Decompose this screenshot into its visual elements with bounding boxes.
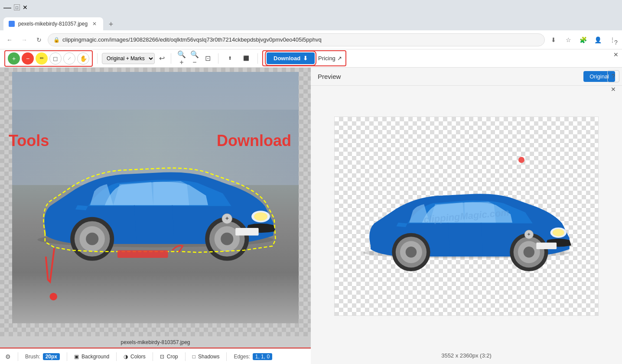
preview-canvas: ✦ clippingMagic.com [334, 117, 599, 316]
help-icon-right[interactable]: ? [607, 70, 619, 82]
svg-point-20 [406, 247, 417, 258]
crop-label: Crop [167, 354, 178, 360]
brush-item: Brush: 20px [25, 353, 60, 360]
zoom-out-btn[interactable]: 🔍− [189, 52, 201, 65]
download-label: Download [274, 55, 300, 62]
svg-rect-29 [536, 243, 557, 249]
title-bar: — □ ✕ [0, 0, 622, 15]
filename-text: pexels-mikebirdy-810357.jpeg [120, 339, 190, 345]
forward-btn[interactable]: → [18, 34, 30, 46]
divider-6 [67, 352, 67, 361]
preview-header: Preview Original [311, 68, 622, 86]
preview-area: ✦ clippingMagic.com [311, 86, 622, 347]
tab-favicon [9, 21, 15, 27]
shadows-item[interactable]: □ Shadows [192, 354, 220, 360]
lasso-tool-btn[interactable]: ⟋ [63, 52, 75, 65]
zoom-in-btn[interactable]: 🔍+ [176, 52, 188, 65]
bookmark-btn[interactable]: ☆ [562, 34, 574, 46]
edges-value: 1, 1, 0 [253, 353, 272, 360]
address-lock-icon: 🔒 [53, 37, 60, 43]
preview-car-svg: ✦ [341, 122, 592, 310]
extensions-btn[interactable]: 🧩 [577, 34, 589, 46]
help-btn[interactable]: ? [610, 36, 622, 49]
view-dropdown[interactable]: Original + Marks [102, 53, 155, 64]
preview-footer: 3552 x 2360px (3:2) [311, 347, 622, 364]
settings-icon[interactable]: ⚙ [5, 353, 11, 360]
svg-point-24 [524, 247, 534, 258]
divider-5 [18, 352, 18, 361]
svg-point-26 [553, 229, 564, 237]
show-result-btn[interactable]: ⬛ [239, 52, 253, 65]
svg-point-8 [221, 233, 233, 245]
url-text: clippingmagic.com/images/190828266/edit/… [62, 36, 322, 43]
bg-icon: ▣ [74, 354, 79, 360]
right-panel: Preview Original [311, 68, 622, 364]
download-page-btn[interactable]: ⬇ [547, 34, 560, 46]
svg-rect-14 [117, 250, 168, 258]
brush-label: Brush: [25, 354, 40, 360]
divider-4 [257, 53, 258, 64]
close-panel-btn[interactable]: ✕ [610, 49, 622, 61]
main-area: Tools Download Adjustments [0, 68, 622, 364]
back-btn[interactable]: ← [3, 34, 16, 46]
active-tab[interactable]: pexels-mikebirdy-810357.jpeg ✕ [3, 17, 103, 30]
app-toolbar: + − ✏ ◻ ⟋ ✋ Original + Marks ↩ 🔍+ 🔍− ⊡ ⬆… [0, 49, 622, 68]
tab-title: pexels-mikebirdy-810357.jpeg [18, 21, 88, 27]
car-svg: ✦ [12, 72, 299, 323]
side-icons-group: ? ✕ [610, 36, 622, 61]
download-btn[interactable]: Download ⬇ [267, 52, 315, 64]
profile-btn[interactable]: 👤 [592, 34, 604, 46]
remove-tool-btn[interactable]: − [22, 52, 34, 65]
svg-point-4 [86, 233, 98, 245]
shadows-icon: □ [192, 354, 195, 360]
shadows-label: Shadows [198, 354, 219, 360]
divider-8 [153, 352, 153, 361]
zoom-group: 🔍+ 🔍− ⊡ [176, 52, 214, 65]
show-original-btn[interactable]: ⬆ [223, 52, 237, 65]
hand-tool-btn[interactable]: ✋ [77, 52, 89, 65]
close-icon-right[interactable]: ✕ [607, 83, 619, 95]
fit-btn[interactable]: ⊡ [202, 52, 214, 65]
eraser-tool-btn[interactable]: ◻ [49, 52, 62, 65]
restore-btn[interactable]: □ [14, 4, 20, 10]
photo-background: ✦ [12, 72, 299, 323]
undo-btn[interactable]: ↩ [157, 52, 166, 64]
marker-tool-btn[interactable]: ✏ [36, 52, 48, 65]
colors-item[interactable]: ◑ Colors [124, 354, 146, 360]
download-icon: ⬇ [303, 55, 308, 62]
download-annotation: Download [217, 132, 291, 150]
pricing-btn[interactable]: Pricing ↗ [318, 55, 342, 62]
svg-text:✦: ✦ [527, 232, 531, 238]
svg-rect-13 [235, 228, 258, 235]
external-link-icon: ↗ [337, 55, 342, 62]
editor-canvas[interactable]: ✦ [0, 68, 311, 336]
colors-icon: ◑ [124, 354, 128, 360]
tools-group: + − ✏ ◻ ⟋ ✋ [4, 50, 93, 67]
download-group: Download ⬇ Pricing ↗ [262, 50, 346, 66]
divider-10 [226, 352, 227, 361]
divider-1 [97, 53, 98, 64]
address-bar[interactable]: 🔒 clippingmagic.com/images/190828266/edi… [48, 33, 545, 46]
tab-close-btn[interactable]: ✕ [91, 20, 98, 27]
crop-icon: ⊡ [160, 354, 164, 360]
crop-item[interactable]: ⊡ Crop [160, 354, 178, 360]
divider-7 [116, 352, 117, 361]
svg-point-15 [50, 293, 57, 300]
car-image-area[interactable]: ✦ [12, 72, 299, 323]
divider-3 [218, 53, 218, 64]
minimize-btn[interactable]: — [3, 3, 11, 12]
preview-car: ✦ clippingMagic.com [335, 117, 598, 315]
new-tab-btn[interactable]: + [105, 18, 117, 30]
svg-point-10 [254, 212, 267, 221]
svg-text:✦: ✦ [225, 215, 230, 222]
add-tool-btn[interactable]: + [8, 52, 20, 65]
refresh-btn[interactable]: ↻ [33, 34, 45, 46]
divider-2 [171, 53, 171, 64]
background-item[interactable]: ▣ Background [74, 354, 109, 360]
preview-label: Preview [318, 73, 341, 80]
left-panel: Tools Download Adjustments [0, 68, 311, 364]
background-label: Background [81, 354, 109, 360]
close-btn[interactable]: ✕ [23, 4, 28, 11]
edges-label: Edges: [234, 354, 250, 360]
brush-size-badge: 20px [43, 353, 60, 360]
